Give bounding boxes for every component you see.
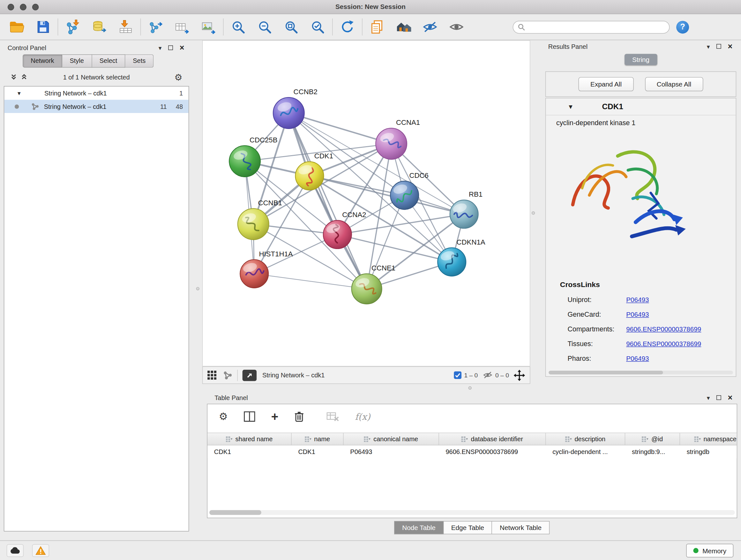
table-hscrollbar[interactable] <box>209 510 735 515</box>
gene-section-header[interactable]: ▼ CDK1 <box>546 98 736 115</box>
help-button[interactable]: ? <box>676 20 689 33</box>
network-collection-row[interactable]: ▼ String Network – cdk1 1 <box>4 86 189 100</box>
network-node-CCNA1[interactable]: CCNA1 <box>376 118 420 159</box>
results-close-icon[interactable]: × <box>728 43 733 51</box>
string-tab-badge[interactable]: String <box>624 54 657 65</box>
tab-network[interactable]: Network <box>23 54 62 67</box>
warnings-button[interactable] <box>32 544 49 557</box>
tab-edge-table[interactable]: Edge Table <box>443 521 492 534</box>
grid-view-icon[interactable] <box>207 371 216 380</box>
table-hscroll-thumb[interactable] <box>209 510 261 515</box>
show-columns-icon[interactable] <box>244 411 255 422</box>
column-header-canonical-name[interactable]: canonical name <box>344 433 439 445</box>
tab-style[interactable]: Style <box>62 54 92 67</box>
column-header-shared-name[interactable]: shared name <box>207 433 292 445</box>
delete-column-trash-icon[interactable] <box>294 411 304 422</box>
column-header-name[interactable]: name <box>292 433 344 445</box>
expand-all-icon[interactable] <box>10 74 17 80</box>
add-column-icon[interactable]: + <box>271 410 278 423</box>
network-view-canvas[interactable]: CCNB2CCNA1CDC25BCDK1CDC6RB1CCNB1CCNA2CDK… <box>202 40 530 367</box>
column-header-@id[interactable]: @id <box>625 433 680 445</box>
network-node-CCNB1[interactable]: CCNB1 <box>238 199 282 240</box>
crosslink-link-compartments[interactable]: 9606.ENSP00000378699 <box>626 325 701 333</box>
function-builder-icon[interactable]: f(x) <box>355 411 370 422</box>
network-node-CDK1[interactable]: CDK1 <box>295 152 333 190</box>
tree-expand-icon[interactable]: ▼ <box>17 90 22 96</box>
bottom-splitter-handle[interactable] <box>468 386 472 389</box>
warning-icon <box>36 546 46 555</box>
memory-button[interactable]: Memory <box>686 544 733 557</box>
network-node-RB1[interactable]: RB1 <box>450 190 482 228</box>
network-edge-CCNA2-CDKN1A[interactable] <box>337 235 452 262</box>
gene-collapse-icon[interactable]: ▼ <box>568 103 574 110</box>
network-node-CCNB2[interactable]: CCNB2 <box>273 88 318 129</box>
search-input[interactable] <box>528 23 664 30</box>
tab-sets[interactable]: Sets <box>125 54 154 67</box>
import-table-button[interactable] <box>115 16 137 38</box>
panel-menu-icon[interactable]: ▾ <box>158 45 162 51</box>
network-node-CDKN1A[interactable]: CDKN1A <box>437 238 485 276</box>
network-edge-HIST1H1A-CCNE1[interactable] <box>254 273 367 289</box>
network-options-gear-icon[interactable]: ⚙ <box>174 71 182 82</box>
table-close-icon[interactable]: × <box>728 394 733 401</box>
crosslink-link-genecard[interactable]: P06493 <box>626 310 649 318</box>
table-settings-gear-icon[interactable]: ⚙ <box>219 411 228 422</box>
network-node-HIST1H1A[interactable]: HIST1H1A <box>240 250 293 288</box>
save-session-button[interactable] <box>32 16 54 38</box>
open-in-new-window-button[interactable] <box>243 369 257 381</box>
results-hscroll-thumb[interactable] <box>549 371 663 374</box>
export-table-button[interactable] <box>171 16 193 38</box>
crosslink-link-uniprot[interactable]: P06493 <box>626 296 649 303</box>
hide-elements-button[interactable] <box>419 16 441 38</box>
hidden-eye-slash-icon[interactable] <box>482 371 493 379</box>
results-hscrollbar[interactable] <box>549 371 733 374</box>
right-splitter-handle[interactable] <box>532 211 535 214</box>
import-network-file-button[interactable] <box>62 16 84 38</box>
crosslink-label: GeneCard: <box>568 310 626 318</box>
crosslink-link-tissues[interactable]: 9606.ENSP00000378699 <box>626 340 701 348</box>
tab-select[interactable]: Select <box>92 54 125 67</box>
table-float-icon[interactable] <box>717 395 721 400</box>
export-image-button[interactable] <box>198 16 219 38</box>
zoom-selected-button[interactable] <box>307 16 328 38</box>
crosslinks-title: CrossLinks <box>560 280 600 289</box>
network-edge-CCNB2-CCNA1[interactable] <box>289 113 391 144</box>
copy-document-button[interactable] <box>366 16 388 38</box>
open-session-button[interactable] <box>6 16 27 38</box>
column-header-namespace[interactable]: namespace <box>680 433 737 445</box>
show-elements-button[interactable] <box>446 16 467 38</box>
zoom-fit-button[interactable] <box>280 16 302 38</box>
network-row-selected[interactable]: String Network – cdk1 11 48 <box>4 100 189 113</box>
tab-network-table[interactable]: Network Table <box>492 521 549 534</box>
memory-label: Memory <box>702 547 726 555</box>
left-splitter-handle[interactable] <box>196 287 199 290</box>
cloud-status-button[interactable] <box>7 544 23 557</box>
string-home-button[interactable] <box>393 16 414 38</box>
zoom-out-button[interactable] <box>254 16 275 38</box>
column-header-database-identifier[interactable]: database identifier <box>439 433 546 445</box>
import-network-database-button[interactable] <box>88 16 110 38</box>
network-edge-CDK1-RB1[interactable] <box>310 176 464 214</box>
crosslink-link-pharos[interactable]: P06493 <box>626 354 649 362</box>
results-float-icon[interactable] <box>717 44 721 49</box>
export-network-button[interactable] <box>145 16 166 38</box>
column-header-description[interactable]: description <box>546 433 625 445</box>
panel-close-icon[interactable]: × <box>180 44 185 52</box>
expand-all-button[interactable]: Expand All <box>579 77 633 91</box>
pan-move-icon[interactable] <box>514 369 525 381</box>
collapse-all-button[interactable]: Collapse All <box>645 77 703 91</box>
network-thumbnail-icon[interactable] <box>223 371 232 380</box>
table-menu-icon[interactable]: ▾ <box>707 395 710 401</box>
zoom-in-button[interactable] <box>227 16 249 38</box>
network-edge-CCNB2-CCNE1[interactable] <box>289 113 367 289</box>
table-row[interactable]: CDK1CDK1P064939606.ENSP00000378699cyclin… <box>207 445 737 458</box>
open-folder-icon <box>9 20 24 34</box>
refresh-button[interactable] <box>336 16 358 38</box>
panel-float-icon[interactable] <box>168 45 173 50</box>
results-menu-icon[interactable]: ▾ <box>707 43 710 49</box>
selected-checkbox-icon[interactable] <box>454 371 462 379</box>
toolbar-search[interactable] <box>513 20 670 33</box>
tab-node-table[interactable]: Node Table <box>394 521 444 534</box>
collapse-all-icon[interactable] <box>21 74 27 80</box>
import-table-icon <box>118 20 133 34</box>
